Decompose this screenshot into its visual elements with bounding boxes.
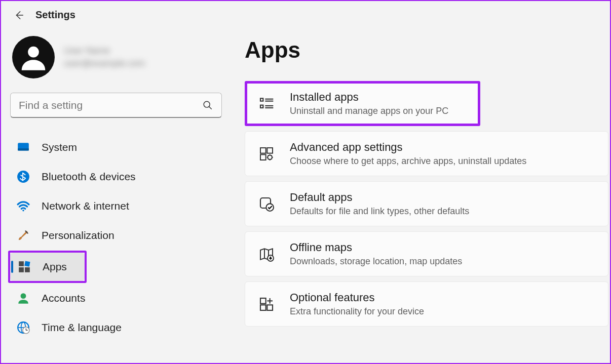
svg-rect-8: [19, 261, 24, 266]
svg-line-3: [209, 106, 212, 109]
svg-point-16: [23, 327, 29, 334]
sidebar-item-time-language[interactable]: Time & language: [9, 313, 221, 342]
sidebar-item-accounts[interactable]: Accounts: [9, 284, 221, 312]
system-icon: [16, 140, 30, 154]
profile-block[interactable]: User Name user@example.com: [12, 36, 221, 78]
svg-rect-32: [260, 298, 266, 304]
sidebar-item-network[interactable]: Network & internet: [9, 192, 221, 220]
page-title: Apps: [245, 37, 610, 63]
app-title: Settings: [35, 9, 75, 21]
card-subtitle: Downloads, storage location, map updates: [290, 256, 462, 267]
svg-rect-10: [19, 267, 24, 272]
svg-point-12: [21, 293, 26, 299]
arrow-left-icon: [13, 10, 24, 21]
map-icon: [257, 245, 276, 263]
sidebar: Settings User Name user@example.com Syst…: [1, 1, 226, 363]
avatar: [12, 36, 55, 78]
accounts-icon: [16, 291, 30, 305]
card-advanced-app-settings[interactable]: Advanced app settings Choose where to ge…: [245, 131, 608, 176]
apps-icon: [17, 260, 31, 274]
card-title: Advanced app settings: [290, 141, 526, 154]
card-subtitle: Defaults for file and link types, other …: [290, 206, 469, 217]
back-button[interactable]: [13, 10, 24, 21]
nav-list: System Bluetooth & devices Network & int…: [9, 133, 221, 342]
search-input[interactable]: [19, 99, 191, 111]
list-icon: [257, 95, 276, 113]
card-title: Default apps: [290, 191, 469, 204]
card-subtitle: Uninstall and manage apps on your PC: [290, 106, 448, 116]
svg-rect-25: [260, 148, 266, 153]
svg-rect-19: [260, 98, 263, 101]
card-default-apps[interactable]: Default apps Defaults for file and link …: [245, 181, 608, 226]
card-installed-apps[interactable]: Installed apps Uninstall and manage apps…: [245, 81, 480, 126]
sidebar-item-label: System: [42, 141, 77, 153]
person-icon: [18, 42, 49, 73]
sidebar-item-label: Apps: [43, 261, 67, 273]
card-optional-features[interactable]: Optional features Extra functionality fo…: [245, 281, 608, 327]
card-subtitle: Extra functionality for your device: [290, 306, 424, 317]
svg-rect-20: [260, 105, 263, 107]
card-subtitle: Choose where to get apps, archive apps, …: [290, 156, 526, 167]
search-box[interactable]: [10, 93, 222, 118]
wifi-icon: [16, 199, 30, 213]
svg-rect-11: [25, 267, 30, 272]
card-title: Offline maps: [290, 241, 462, 254]
svg-rect-26: [267, 148, 273, 153]
card-title: Installed apps: [290, 91, 448, 104]
svg-rect-27: [260, 154, 266, 160]
add-feature-icon: [257, 295, 276, 313]
sidebar-item-bluetooth[interactable]: Bluetooth & devices: [9, 163, 221, 191]
svg-rect-33: [260, 305, 266, 310]
brush-icon: [16, 228, 30, 242]
default-apps-icon: [257, 195, 276, 213]
card-title: Optional features: [290, 291, 424, 304]
sidebar-item-label: Network & internet: [42, 200, 129, 212]
svg-point-1: [28, 47, 39, 58]
svg-rect-34: [267, 305, 273, 310]
app-gear-icon: [257, 145, 276, 163]
sidebar-item-label: Bluetooth & devices: [42, 171, 136, 183]
bluetooth-icon: [16, 170, 30, 184]
sidebar-item-label: Accounts: [42, 292, 85, 304]
card-offline-maps[interactable]: Offline maps Downloads, storage location…: [245, 231, 608, 276]
sidebar-item-personalization[interactable]: Personalization: [9, 221, 221, 250]
svg-rect-9: [24, 261, 30, 266]
sidebar-item-apps[interactable]: Apps: [10, 253, 85, 281]
sidebar-item-label: Time & language: [42, 321, 122, 334]
sidebar-item-system[interactable]: System: [9, 133, 221, 161]
profile-info: User Name user@example.com: [64, 45, 145, 70]
svg-point-7: [22, 210, 24, 211]
search-icon: [202, 100, 213, 111]
sidebar-item-label: Personalization: [42, 229, 114, 241]
main-content: Apps Installed apps Uninstall and manage…: [226, 1, 610, 363]
globe-clock-icon: [16, 320, 30, 335]
svg-rect-5: [18, 148, 29, 150]
